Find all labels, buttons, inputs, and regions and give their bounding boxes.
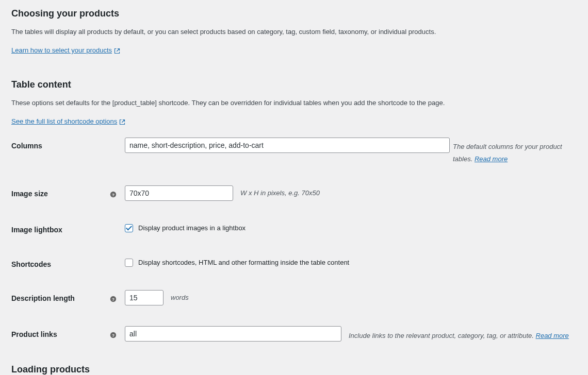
- shortcodes-checkbox[interactable]: [125, 259, 133, 267]
- svg-text:?: ?: [112, 297, 115, 302]
- svg-text:?: ?: [112, 193, 115, 197]
- label-image-size: Image size: [11, 190, 48, 198]
- section-heading-loading: Loading products: [11, 363, 577, 375]
- row-product-links: Product links ? Include links to the rel…: [11, 326, 577, 343]
- label-lightbox: Image lightbox: [11, 221, 125, 235]
- lightbox-checkbox-label: Display product images in a lightbox: [138, 224, 246, 233]
- section-heading-table-content: Table content: [11, 78, 577, 91]
- label-shortcodes: Shortcodes: [11, 256, 125, 270]
- section-desc-table-content: These options set defaults for the [prod…: [11, 98, 577, 108]
- link-label: Learn how to select your products: [11, 46, 112, 55]
- link-shortcode-options[interactable]: See the full list of shortcode options: [11, 117, 125, 126]
- help-icon[interactable]: ?: [110, 331, 117, 338]
- svg-text:?: ?: [112, 333, 115, 338]
- label-product-links: Product links: [11, 330, 57, 338]
- desc-text: Include links to the relevant product, c…: [349, 332, 536, 339]
- external-link-icon: [119, 118, 125, 125]
- section-desc-choosing: The tables will display all products by …: [11, 27, 577, 37]
- product-links-desc: Include links to the relevant product, c…: [349, 326, 577, 343]
- link-read-more-product-links[interactable]: Read more: [536, 332, 569, 339]
- shortcodes-checkbox-wrap[interactable]: Display shortcodes, HTML and other forma…: [125, 256, 349, 267]
- image-size-desc: W x H in pixels, e.g. 70x50: [240, 185, 320, 198]
- row-lightbox: Image lightbox Display product images in…: [11, 221, 577, 235]
- row-columns: Columns The default columns for your pro…: [11, 138, 577, 165]
- product-links-input[interactable]: [125, 326, 341, 342]
- row-image-size: Image size ? W x H in pixels, e.g. 70x50: [11, 185, 577, 201]
- row-desc-length: Description length ? words: [11, 290, 577, 305]
- help-icon[interactable]: ?: [110, 295, 117, 302]
- external-link-icon: [114, 47, 120, 54]
- desc-length-input[interactable]: [125, 290, 164, 305]
- desc-length-unit: words: [171, 290, 189, 302]
- columns-desc: The default columns for your product tab…: [453, 138, 577, 165]
- shortcodes-checkbox-label: Display shortcodes, HTML and other forma…: [138, 258, 349, 267]
- help-icon[interactable]: ?: [110, 191, 117, 197]
- link-read-more-columns[interactable]: Read more: [475, 155, 508, 163]
- label-columns: Columns: [11, 138, 125, 151]
- section-heading-choosing: Choosing your products: [11, 7, 577, 20]
- row-shortcodes: Shortcodes Display shortcodes, HTML and …: [11, 256, 577, 270]
- image-size-input[interactable]: [125, 185, 233, 201]
- link-label: See the full list of shortcode options: [11, 117, 117, 126]
- label-desc-length: Description length: [11, 294, 75, 302]
- link-learn-select-products[interactable]: Learn how to select your products: [11, 46, 120, 55]
- columns-input[interactable]: [125, 138, 450, 153]
- lightbox-checkbox[interactable]: [125, 224, 133, 232]
- lightbox-checkbox-wrap[interactable]: Display product images in a lightbox: [125, 221, 246, 233]
